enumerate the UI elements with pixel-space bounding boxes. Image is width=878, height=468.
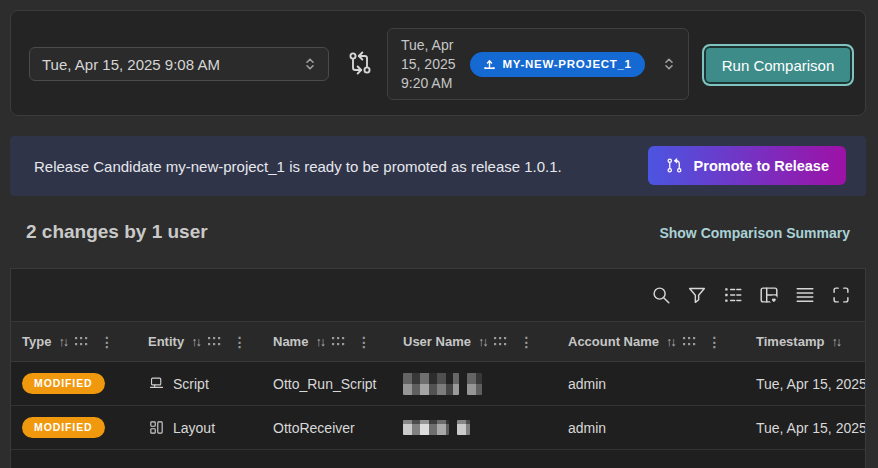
promote-up-icon: [483, 58, 496, 71]
show-comparison-summary-link[interactable]: Show Comparison Summary: [659, 225, 850, 241]
column-label: User Name: [403, 334, 471, 349]
pixelated-blur: [403, 420, 449, 435]
changes-heading: 2 changes by 1 user: [26, 221, 208, 243]
drag-handle-icon[interactable]: [683, 337, 696, 346]
promote-to-release-button[interactable]: Promote to Release: [648, 146, 846, 185]
timestamp-cell: Tue, Apr 15, 2025: [745, 376, 865, 392]
pixelated-blur: [457, 420, 470, 435]
entity-cell: Layout: [137, 419, 262, 436]
name-cell: OttoReceiver: [262, 420, 392, 436]
entity-label: Script: [173, 376, 209, 392]
column-header-user-name[interactable]: User Name ↑↓ ⋮: [392, 334, 557, 350]
user-name-cell: [392, 420, 557, 435]
modified-badge: MODIFIED: [22, 373, 105, 394]
column-header-account-name[interactable]: Account Name ↑↓ ⋮: [557, 334, 745, 350]
promote-to-release-label: Promote to Release: [694, 158, 829, 174]
to-date-line: Tue, Apr: [401, 36, 456, 55]
app-root: Tue, Apr 15, 2025 9:08 AM Tue, Apr 15, 2…: [0, 0, 878, 468]
column-label: Account Name: [568, 334, 659, 349]
column-menu-icon[interactable]: ⋮: [357, 334, 371, 350]
chevron-updown-icon: [304, 56, 316, 72]
drag-handle-icon[interactable]: [208, 337, 221, 346]
run-comparison-button[interactable]: Run Comparison: [702, 44, 854, 86]
pixelated-blur: [403, 373, 459, 395]
user-name-cell: [392, 373, 557, 395]
release-banner-message: Release Candidate my-new-project_1 is re…: [34, 158, 562, 175]
changes-table: Type ↑↓ ⋮ Entity ↑↓ ⋮ Name ↑↓: [10, 268, 866, 468]
sort-icon[interactable]: ↑↓: [666, 335, 675, 349]
type-cell: MODIFIED: [11, 373, 137, 394]
to-snapshot-value: Tue, Apr 15, 2025 9:20 AM: [401, 36, 456, 93]
table-header-row: Type ↑↓ ⋮ Entity ↑↓ ⋮ Name ↑↓: [11, 322, 865, 362]
column-menu-icon[interactable]: ⋮: [708, 334, 722, 350]
account-name-cell: admin: [557, 376, 745, 392]
from-snapshot-select[interactable]: Tue, Apr 15, 2025 9:08 AM: [29, 47, 329, 81]
column-menu-icon[interactable]: ⋮: [233, 334, 247, 350]
table-row[interactable]: MODIFIED Layout OttoReceiver admin Tue, …: [11, 406, 865, 450]
project-badge-label: MY-NEW-PROJECT_1: [503, 58, 632, 70]
script-icon: [148, 375, 165, 392]
account-name-cell: admin: [557, 420, 745, 436]
timestamp-cell: Tue, Apr 15, 2025: [745, 420, 865, 436]
modified-badge: MODIFIED: [22, 417, 105, 438]
column-header-timestamp[interactable]: Timestamp ↑↓ ⋮: [745, 334, 865, 350]
fullscreen-icon[interactable]: [830, 284, 852, 306]
redacted-user-name: [403, 420, 470, 435]
table-row[interactable]: MODIFIED Script Otto_Run_Script admin Tu…: [11, 362, 865, 406]
search-icon[interactable]: [650, 284, 672, 306]
sort-icon[interactable]: ↑↓: [831, 335, 840, 349]
column-header-entity[interactable]: Entity ↑↓ ⋮: [137, 334, 262, 350]
pixelated-blur: [467, 373, 482, 395]
sort-icon[interactable]: ↑↓: [58, 335, 67, 349]
table-toolbar: [11, 269, 865, 322]
row-density-icon[interactable]: [794, 284, 816, 306]
entity-cell: Script: [137, 375, 262, 392]
sort-icon[interactable]: ↑↓: [191, 335, 200, 349]
drag-handle-icon[interactable]: [494, 337, 507, 346]
sort-icon[interactable]: ↑↓: [478, 335, 487, 349]
column-label: Timestamp: [756, 334, 824, 349]
redacted-user-name: [403, 373, 482, 395]
column-list-icon[interactable]: [722, 284, 744, 306]
filter-icon[interactable]: [686, 284, 708, 306]
saved-view-icon[interactable]: [758, 284, 780, 306]
column-label: Name: [273, 334, 308, 349]
to-date-line: 15, 2025: [401, 55, 456, 74]
release-banner: Release Candidate my-new-project_1 is re…: [10, 136, 866, 196]
column-label: Entity: [148, 334, 184, 349]
pull-request-icon: [665, 156, 684, 175]
drag-handle-icon[interactable]: [75, 337, 88, 346]
drag-handle-icon[interactable]: [332, 337, 345, 346]
project-badge: MY-NEW-PROJECT_1: [470, 52, 645, 77]
sort-icon[interactable]: ↑↓: [315, 335, 324, 349]
to-date-line: 9:20 AM: [401, 74, 456, 93]
layout-icon: [148, 419, 165, 436]
column-label: Type: [22, 334, 51, 349]
name-cell: Otto_Run_Script: [262, 376, 392, 392]
run-comparison-label: Run Comparison: [722, 57, 835, 74]
column-header-name[interactable]: Name ↑↓ ⋮: [262, 334, 392, 350]
column-menu-icon[interactable]: ⋮: [519, 334, 533, 350]
column-menu-icon[interactable]: ⋮: [100, 334, 114, 350]
column-header-type[interactable]: Type ↑↓ ⋮: [11, 334, 137, 350]
comparison-panel: Tue, Apr 15, 2025 9:08 AM Tue, Apr 15, 2…: [10, 10, 866, 116]
to-snapshot-select[interactable]: Tue, Apr 15, 2025 9:20 AM MY-NEW-PROJECT…: [387, 28, 689, 100]
column-menu-icon[interactable]: ⋮: [860, 334, 865, 350]
compare-swap-icon[interactable]: [346, 49, 374, 77]
entity-label: Layout: [173, 420, 215, 436]
type-cell: MODIFIED: [11, 417, 137, 438]
from-snapshot-value: Tue, Apr 15, 2025 9:08 AM: [42, 56, 220, 73]
chevron-updown-icon: [663, 56, 675, 72]
